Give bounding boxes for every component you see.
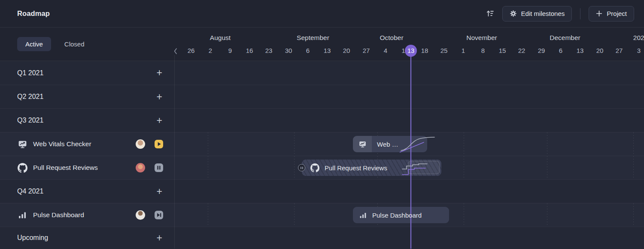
month-gridline (208, 132, 208, 156)
add-to-q1-button[interactable]: + (156, 68, 163, 78)
month-gridline (208, 156, 208, 179)
week-tick: 25 (440, 47, 448, 54)
row-q1-2021: Q1 2021 + (0, 61, 644, 85)
week-tick: 20 (596, 47, 604, 54)
week-tick: 18 (421, 47, 428, 54)
timeline-header: AugustSeptemberOctoberNovemberDecember20… (174, 28, 644, 61)
milestone-row-q2[interactable]: Q2 2021 + (0, 85, 174, 108)
tab-closed[interactable]: Closed (56, 37, 93, 51)
remaining-span-panel (408, 161, 440, 174)
add-project-button[interactable]: Project (589, 6, 634, 22)
sort-ascending-icon[interactable] (484, 7, 496, 20)
month-gridline (294, 203, 295, 227)
milestone-row-q3[interactable]: Q3 2021 + (0, 109, 174, 132)
monitor-chart-icon (353, 136, 372, 152)
monitor-chart-icon (17, 139, 27, 149)
sidebar-divider (174, 55, 175, 249)
add-to-q2-button[interactable]: + (156, 92, 163, 102)
month-label: November (466, 34, 497, 42)
sidebar-tabs: Active Closed (0, 28, 174, 61)
edit-milestones-label: Edit milestones (521, 10, 565, 17)
row-q3-2021: Q3 2021 + (0, 108, 644, 132)
week-tick: 15 (499, 47, 506, 54)
roadmap-app: Roadmap Edit mile (0, 0, 644, 249)
project-label: Web Vitals Checker (33, 140, 91, 148)
status-paused-badge[interactable] (155, 163, 163, 172)
row-web-vitals-checker: Web Vitals Checker (0, 132, 644, 156)
timeline-bar-web-vitals[interactable]: Web … (353, 136, 427, 152)
week-tick: 3 (637, 47, 641, 54)
roadmap-body: Active Closed AugustSeptemberOctoberNove… (0, 28, 644, 249)
top-bar: Roadmap Edit mile (0, 0, 644, 28)
today-line (410, 57, 411, 249)
week-tick: 29 (538, 47, 545, 54)
bar-label: Web … (377, 141, 398, 148)
avatar[interactable] (136, 139, 145, 149)
project-row-pull-request-reviews[interactable]: Pull Request Reviews (0, 156, 174, 179)
week-tick: 22 (518, 47, 526, 54)
page-title: Roadmap (17, 9, 50, 18)
bar-label: Pull Request Reviews (325, 164, 387, 172)
github-icon (17, 163, 27, 173)
tab-active[interactable]: Active (17, 37, 51, 51)
week-tick: 20 (343, 47, 350, 54)
month-gridline (633, 203, 634, 227)
project-label: Pulse Dashboard (33, 211, 84, 219)
toolbar-divider (580, 8, 580, 19)
pane-header: Active Closed AugustSeptemberOctoberNove… (0, 28, 644, 61)
progress-sparkline (400, 135, 436, 153)
status-in-progress-badge[interactable] (155, 140, 163, 148)
month-gridline (547, 132, 547, 156)
bar-chart-icon (17, 210, 27, 220)
week-tick: 27 (363, 47, 370, 54)
month-label: October (380, 34, 403, 42)
plus-icon (596, 10, 602, 17)
month-gridline (547, 156, 547, 179)
week-tick: 6 (559, 47, 562, 54)
edit-milestones-button[interactable]: Edit milestones (502, 6, 572, 22)
add-to-upcoming-button[interactable]: + (156, 233, 163, 243)
bar-chart-icon (359, 211, 367, 219)
week-tick: 23 (265, 47, 273, 54)
week-tick: 9 (228, 47, 232, 54)
timeline-bar-pulse-dashboard[interactable]: Pulse Dashboard (353, 207, 449, 223)
month-gridline (633, 132, 634, 156)
week-tick: 26 (188, 47, 195, 54)
week-tick: 4 (384, 47, 387, 54)
timeline-bar-pull-request-reviews[interactable]: Pull Request Reviews (302, 160, 441, 176)
github-icon (310, 163, 319, 172)
month-gridline (208, 203, 208, 227)
gear-icon (510, 10, 517, 17)
rows: Q1 2021 + Q2 2021 + Q3 2021 + (0, 61, 644, 249)
scroll-left-icon[interactable] (174, 47, 179, 57)
project-row-web-vitals[interactable]: Web Vitals Checker (0, 132, 174, 156)
milestone-row-q4[interactable]: Q4 2021 + (0, 180, 174, 203)
milestone-row-upcoming[interactable]: Upcoming + (0, 227, 174, 249)
month-gridline (294, 132, 295, 156)
row-q4-2021: Q4 2021 + (0, 179, 644, 203)
milestone-row-q1[interactable]: Q1 2021 + (0, 61, 174, 85)
status-deferred-badge[interactable] (155, 211, 163, 219)
month-gridline (464, 156, 464, 179)
month-label: August (210, 34, 231, 42)
row-pull-request-reviews: Pull Request Reviews (0, 156, 644, 179)
row-upcoming: Upcoming + (0, 227, 644, 249)
month-label: 2022 (633, 34, 644, 42)
month-gridline (547, 203, 547, 227)
week-tick: 16 (246, 47, 253, 54)
add-to-q3-button[interactable]: + (156, 116, 163, 126)
project-row-pulse-dashboard[interactable]: Pulse Dashboard (0, 203, 174, 227)
week-tick: 1 (462, 47, 465, 54)
month-gridline (294, 156, 295, 179)
avatar[interactable] (136, 163, 145, 172)
quarter-label: Q2 2021 (17, 93, 43, 101)
project-button-label: Project (607, 10, 627, 17)
month-gridline (464, 203, 464, 227)
week-tick: 30 (285, 47, 292, 54)
avatar[interactable] (136, 210, 145, 220)
add-to-q4-button[interactable]: + (156, 187, 163, 197)
week-tick: 8 (481, 47, 485, 54)
month-gridline (464, 132, 464, 156)
week-tick: 2 (209, 47, 212, 54)
quarter-label: Q1 2021 (17, 69, 43, 77)
